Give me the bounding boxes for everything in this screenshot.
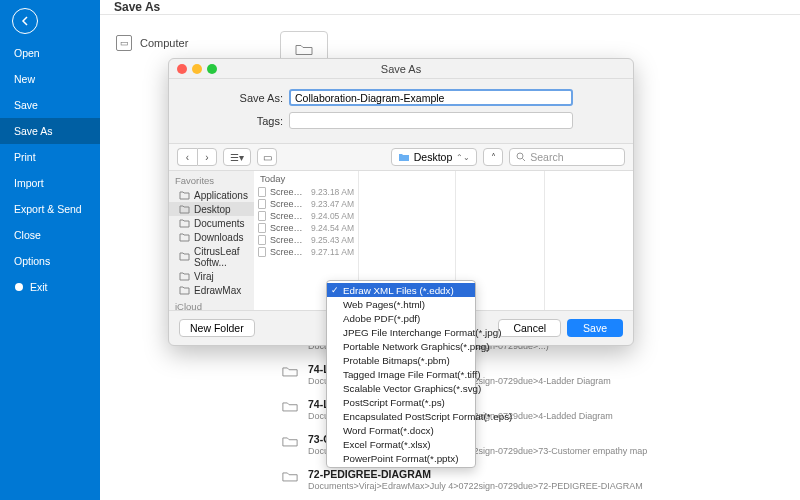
sidebar-item-label: New (14, 73, 35, 85)
collapse-button[interactable]: ˄ (483, 148, 503, 166)
page-title: Save As (100, 0, 800, 15)
new-folder-button[interactable]: New Folder (179, 319, 255, 337)
format-option-docx[interactable]: Word Format(*.docx) (327, 423, 475, 437)
folder-icon (179, 272, 190, 281)
folder-icon (179, 286, 190, 295)
dialog-title: Save As (381, 63, 421, 75)
format-option-html[interactable]: Web Pages(*.html) (327, 297, 475, 311)
document-icon (258, 235, 266, 245)
window-close-icon[interactable] (177, 64, 187, 74)
icloud-header: iCloud (169, 297, 254, 310)
sidebar-item-label: Import (14, 177, 44, 189)
view-mode-button[interactable]: ☰▾ (223, 148, 251, 166)
format-option-xlsx[interactable]: Excel Format(*.xlsx) (327, 437, 475, 451)
sidebar-item-label: Export & Send (14, 203, 82, 215)
folder-icon (179, 205, 190, 214)
sidebar-item-export-send[interactable]: Export & Send (0, 196, 100, 222)
arrow-left-icon (19, 15, 31, 27)
window-minimize-icon[interactable] (192, 64, 202, 74)
search-input[interactable]: Search (509, 148, 625, 166)
format-option-png[interactable]: Portable Network Graphics(*.png) (327, 339, 475, 353)
fav-desktop[interactable]: Desktop (169, 202, 254, 216)
tags-label: Tags: (229, 115, 283, 127)
sidebar-item-open[interactable]: Open (0, 40, 100, 66)
exit-icon (14, 282, 24, 292)
list-item[interactable]: Screenshot...t9.24.54 AM (254, 222, 358, 234)
document-icon (258, 223, 266, 233)
sidebar-item-label: Exit (30, 281, 48, 293)
sidebar-item-label: Save As (14, 125, 53, 137)
folder-icon (179, 233, 190, 242)
file-path: Documents>Viraj>EdrawMax>July 4>0722sign… (308, 481, 788, 491)
sidebar-item-save[interactable]: Save (0, 92, 100, 118)
fav-downloads[interactable]: Downloads (169, 230, 254, 244)
fav-applications[interactable]: Applications (169, 188, 254, 202)
sidebar-item-label: Close (14, 229, 41, 241)
nav-forward-button[interactable]: › (197, 148, 217, 166)
fav-citrusleaf[interactable]: CitrusLeaf Softw... (169, 244, 254, 269)
sidebar-item-print[interactable]: Print (0, 144, 100, 170)
favorites-header: Favorites (169, 171, 254, 188)
folder-icon (282, 365, 298, 378)
search-placeholder: Search (530, 151, 563, 163)
location-label: Desktop (414, 151, 453, 163)
sidebar-item-label: Open (14, 47, 40, 59)
format-option-tiff[interactable]: Tagged Image File Format(*.tiff) (327, 367, 475, 381)
back-button[interactable] (12, 8, 38, 34)
list-item[interactable]: Screenshot...t9.25.43 AM (254, 234, 358, 246)
sidebar-item-import[interactable]: Import (0, 170, 100, 196)
folder-icon (282, 400, 298, 413)
place-label: Computer (140, 37, 188, 49)
format-option-pdf[interactable]: Adobe PDF(*.pdf) (327, 311, 475, 325)
folder-icon (179, 252, 190, 261)
file-format-dropdown: Edraw XML Files (*.eddx) Web Pages(*.htm… (326, 280, 476, 468)
place-computer[interactable]: ▭ Computer (110, 31, 260, 55)
today-header: Today (254, 171, 358, 186)
format-option-jpg[interactable]: JPEG File Interchange Format(*.jpg) (327, 325, 475, 339)
format-option-pptx[interactable]: PowerPoint Format(*.pptx) (327, 451, 475, 465)
search-icon (516, 152, 526, 162)
fav-viraj[interactable]: Viraj (169, 269, 254, 283)
group-button[interactable]: ▭ (257, 148, 277, 166)
format-option-ps[interactable]: PostScript Format(*.ps) (327, 395, 475, 409)
fav-documents[interactable]: Documents (169, 216, 254, 230)
sidebar-item-exit[interactable]: Exit (0, 274, 100, 300)
document-icon (258, 187, 266, 197)
sidebar-item-options[interactable]: Options (0, 248, 100, 274)
sidebar-item-save-as[interactable]: Save As (0, 118, 100, 144)
document-icon (258, 211, 266, 221)
fav-edrawmax[interactable]: EdrawMax (169, 283, 254, 297)
format-option-svg[interactable]: Scalable Vector Graphics(*.svg) (327, 381, 475, 395)
save-as-label: Save As: (229, 92, 283, 104)
svg-point-1 (517, 153, 523, 159)
svg-line-2 (523, 159, 526, 162)
nav-back-button[interactable]: ‹ (177, 148, 197, 166)
folder-icon (398, 152, 410, 162)
folder-icon (179, 191, 190, 200)
folder-icon (282, 435, 298, 448)
filename-input[interactable] (289, 89, 573, 106)
sidebar-item-close[interactable]: Close (0, 222, 100, 248)
list-item[interactable]: Screenshot...t9.27.11 AM (254, 246, 358, 258)
svg-point-0 (15, 283, 23, 291)
sidebar-item-new[interactable]: New (0, 66, 100, 92)
file-name: 72-PEDIGREE-DIAGRAM (308, 468, 788, 480)
chevron-updown-icon: ⌃⌄ (456, 153, 470, 162)
location-select[interactable]: Desktop ⌃⌄ (391, 148, 478, 166)
sidebar-item-label: Options (14, 255, 50, 267)
document-icon (258, 199, 266, 209)
tags-input[interactable] (289, 112, 573, 129)
sidebar-item-label: Save (14, 99, 38, 111)
folder-icon (179, 219, 190, 228)
format-option-eps[interactable]: Encapsulated PostScript Format(*.eps) (327, 409, 475, 423)
save-button[interactable]: Save (567, 319, 623, 337)
list-item[interactable]: Screenshot...t9.23.47 AM (254, 198, 358, 210)
folder-open-icon (295, 42, 313, 57)
window-zoom-icon[interactable] (207, 64, 217, 74)
document-icon (258, 247, 266, 257)
format-option-pbm[interactable]: Protable Bitmaps(*.pbm) (327, 353, 475, 367)
list-item[interactable]: Screenshot...t9.24.05 AM (254, 210, 358, 222)
format-option-eddx[interactable]: Edraw XML Files (*.eddx) (327, 283, 475, 297)
list-item[interactable]: Screenshot...t9.23.18 AM (254, 186, 358, 198)
cancel-button[interactable]: Cancel (498, 319, 561, 337)
